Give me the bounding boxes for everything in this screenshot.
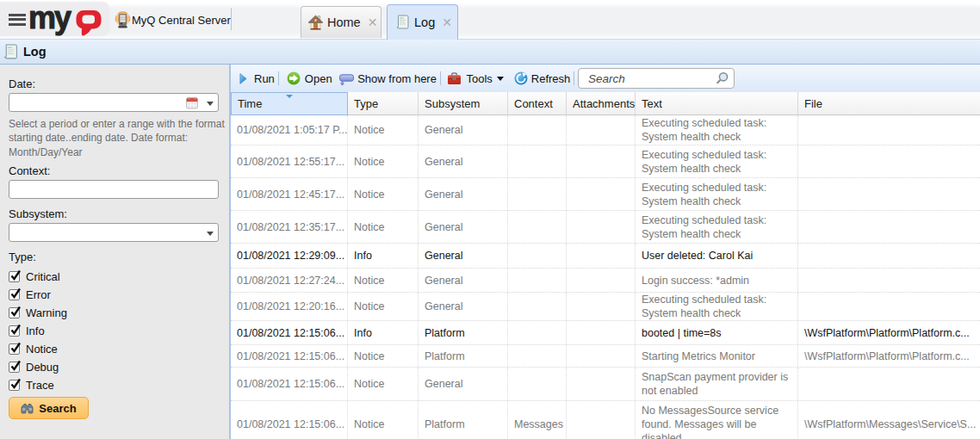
svg-text:my: my: [28, 5, 71, 35]
